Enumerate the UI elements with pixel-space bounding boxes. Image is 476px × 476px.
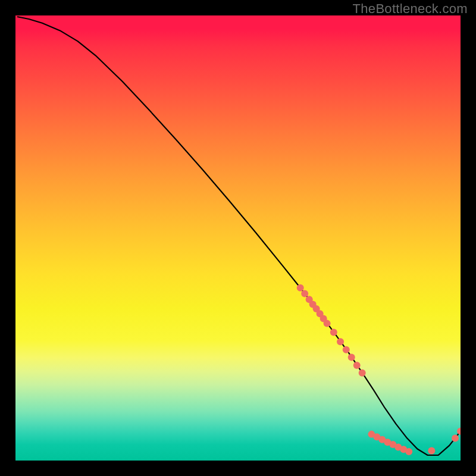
data-point	[330, 329, 337, 336]
data-point	[348, 353, 355, 361]
data-point	[457, 428, 461, 435]
data-point	[452, 435, 459, 442]
data-markers	[297, 284, 461, 455]
data-point	[428, 447, 435, 455]
data-point	[297, 284, 304, 292]
data-point	[353, 362, 361, 369]
data-point	[343, 346, 350, 353]
data-point	[324, 320, 331, 327]
data-point	[301, 290, 308, 298]
plot-area	[15, 15, 461, 461]
data-curve	[18, 17, 461, 455]
data-point	[359, 369, 366, 377]
watermark-text: TheBottleneck.com	[353, 1, 468, 17]
data-point	[405, 448, 412, 455]
data-point	[337, 338, 344, 345]
chart-svg	[15, 15, 461, 461]
chart-container: TheBottleneck.com	[0, 0, 476, 476]
